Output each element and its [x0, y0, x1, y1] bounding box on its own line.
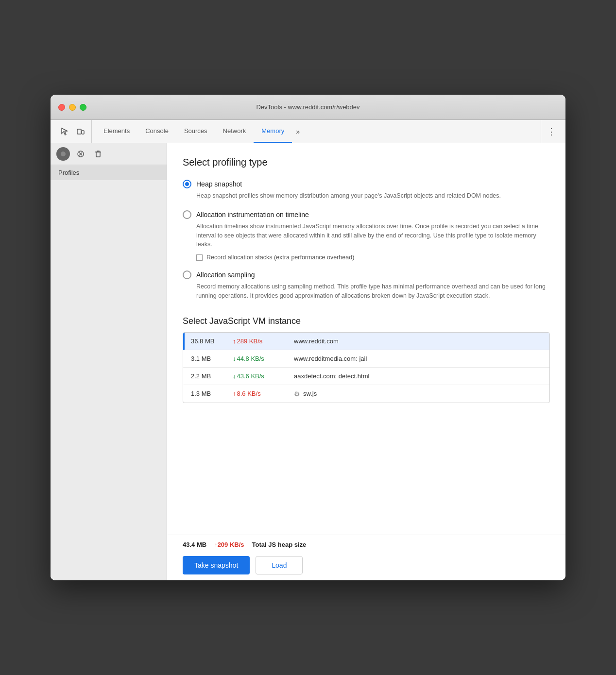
vm-instance-row-0[interactable]: 36.8 MB 289 KB/s www.reddit.com — [183, 333, 549, 350]
radio-heap-snapshot[interactable] — [183, 180, 191, 188]
vm-name-1: www.redditmedia.com: jail — [294, 355, 542, 362]
record-button[interactable] — [56, 147, 70, 161]
radio-allocation-sampling[interactable] — [183, 270, 191, 279]
vm-rate-3: 8.6 KB/s — [233, 390, 286, 397]
vm-name-3: ⚙ sw.js — [294, 390, 542, 398]
gear-icon-3: ⚙ — [294, 390, 300, 398]
more-tabs-button[interactable]: » — [292, 128, 304, 135]
vm-arrow-up-0 — [233, 338, 237, 345]
load-button[interactable]: Load — [256, 556, 303, 574]
toolbar-icons — [54, 120, 92, 143]
option-heap-snapshot-header[interactable]: Heap snapshot — [183, 180, 550, 188]
tab-network[interactable]: Network — [215, 120, 254, 143]
sidebar-profiles-label: Profiles — [51, 165, 167, 180]
tab-memory[interactable]: Memory — [254, 120, 292, 143]
option-allocation-timeline-label: Allocation instrumentation on timeline — [196, 211, 309, 219]
vm-rate-1: 44.8 KB/s — [233, 355, 286, 362]
vm-name-0: www.reddit.com — [294, 338, 542, 345]
window-title: DevTools - www.reddit.com/r/webdev — [256, 103, 359, 111]
close-button[interactable] — [58, 104, 65, 111]
vm-rate-2: 43.6 KB/s — [233, 372, 286, 380]
footer-buttons: Take snapshot Load — [183, 556, 550, 574]
radio-allocation-timeline[interactable] — [183, 210, 191, 219]
vm-instance-row-2[interactable]: 2.2 MB 43.6 KB/s aaxdetect.com: detect.h… — [183, 368, 549, 385]
devtools-toolbar: Elements Console Sources Network Memory … — [51, 120, 565, 143]
tab-sources[interactable]: Sources — [176, 120, 215, 143]
inspect-icon[interactable] — [58, 125, 72, 138]
tab-elements[interactable]: Elements — [96, 120, 137, 143]
vm-arrow-down-2 — [233, 372, 237, 380]
footer-total-rate: ↑209 KB/s — [214, 541, 244, 548]
vm-arrow-up-3 — [233, 390, 237, 397]
device-toolbar-icon[interactable] — [74, 125, 87, 138]
option-allocation-sampling-header[interactable]: Allocation sampling — [183, 270, 550, 279]
footer-total-memory: 43.4 MB — [183, 541, 206, 548]
devtools-window: DevTools - www.reddit.com/r/webdev Eleme… — [51, 95, 565, 580]
footer-stats: 43.4 MB ↑209 KB/s Total JS heap size — [183, 541, 550, 548]
option-heap-snapshot-desc: Heap snapshot profiles show memory distr… — [183, 191, 550, 201]
vm-section-title: Select JavaScript VM instance — [183, 316, 550, 326]
vm-name-2: aaxdetect.com: detect.html — [294, 372, 542, 380]
sidebar-toolbar — [51, 143, 167, 165]
allocation-stacks-label: Record allocation stacks (extra performa… — [206, 254, 354, 261]
option-heap-snapshot-label: Heap snapshot — [196, 180, 242, 188]
vm-memory-2: 2.2 MB — [191, 372, 225, 380]
vm-instance-row-3[interactable]: 1.3 MB 8.6 KB/s ⚙ sw.js — [183, 385, 549, 403]
maximize-button[interactable] — [80, 104, 86, 111]
option-heap-snapshot: Heap snapshot Heap snapshot profiles sho… — [183, 180, 550, 201]
option-allocation-timeline-header[interactable]: Allocation instrumentation on timeline — [183, 210, 550, 219]
sidebar: Profiles — [51, 143, 167, 580]
stop-button[interactable] — [74, 147, 87, 161]
vm-memory-1: 3.1 MB — [191, 355, 225, 362]
option-allocation-timeline: Allocation instrumentation on timeline A… — [183, 210, 550, 261]
option-allocation-sampling-desc: Record memory allocations using sampling… — [183, 282, 550, 301]
titlebar: DevTools - www.reddit.com/r/webdev — [51, 95, 565, 120]
clear-button[interactable] — [91, 147, 105, 161]
footer-total-label: Total JS heap size — [252, 541, 307, 548]
option-allocation-timeline-desc: Allocation timelines show instrumented J… — [183, 222, 550, 249]
svg-point-2 — [61, 152, 66, 156]
profiling-options: Heap snapshot Heap snapshot profiles sho… — [183, 180, 550, 301]
vm-memory-0: 36.8 MB — [191, 338, 225, 345]
content-panel: Select profiling type Heap snapshot Heap… — [167, 143, 565, 535]
vm-instance-row-1[interactable]: 3.1 MB 44.8 KB/s www.redditmedia.com: ja… — [183, 350, 549, 368]
tab-bar: Elements Console Sources Network Memory … — [96, 120, 541, 143]
svg-rect-0 — [77, 129, 81, 134]
take-snapshot-button[interactable]: Take snapshot — [183, 556, 250, 574]
page-title: Select profiling type — [183, 157, 550, 168]
vm-arrow-down-1 — [233, 355, 237, 362]
vm-instance-table: 36.8 MB 289 KB/s www.reddit.com 3.1 MB 4… — [183, 332, 550, 403]
vm-memory-3: 1.3 MB — [191, 390, 225, 397]
option-allocation-sampling: Allocation sampling Record memory alloca… — [183, 270, 550, 301]
menu-button[interactable]: ⋮ — [541, 120, 562, 143]
allocation-stacks-row: Record allocation stacks (extra performa… — [183, 254, 550, 261]
main-area: Profiles Select profiling type Heap snap… — [51, 143, 565, 580]
allocation-stacks-checkbox[interactable] — [196, 254, 203, 261]
minimize-button[interactable] — [69, 104, 76, 111]
footer: 43.4 MB ↑209 KB/s Total JS heap size Tak… — [167, 535, 565, 580]
svg-rect-1 — [82, 131, 84, 134]
traffic-lights — [58, 104, 86, 111]
tab-console[interactable]: Console — [137, 120, 176, 143]
vm-rate-0: 289 KB/s — [233, 338, 286, 345]
option-allocation-sampling-label: Allocation sampling — [196, 271, 255, 279]
